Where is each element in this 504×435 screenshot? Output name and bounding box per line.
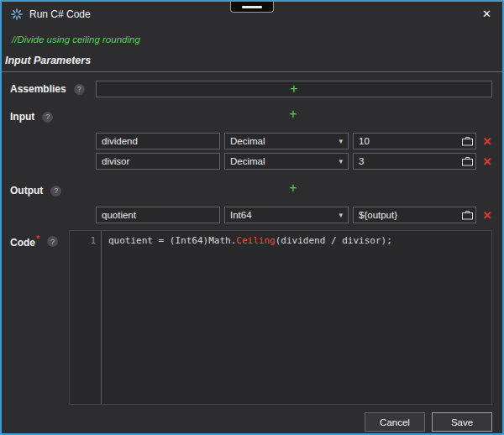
input-label: Input ? <box>10 111 53 123</box>
section-header: Input Parameters <box>2 55 502 72</box>
dropdown-value: Int64 <box>230 210 252 220</box>
add-input-button[interactable]: + <box>286 107 301 121</box>
remove-row-icon[interactable]: ✕ <box>480 155 494 168</box>
param-value-wrap <box>353 207 476 223</box>
input-label-text: Input <box>10 111 34 123</box>
param-type-dropdown[interactable]: Int64 ▾ <box>224 207 349 223</box>
assemblies-label-text: Assemblies <box>10 83 66 95</box>
variable-picker-icon[interactable] <box>462 136 473 146</box>
window-grip[interactable] <box>230 2 274 13</box>
titlebar: Run C# Code ✕ <box>2 2 502 27</box>
activity-spinner-icon <box>11 8 23 20</box>
input-row: Decimal ▾ ✕ <box>96 153 494 170</box>
chevron-down-icon: ▾ <box>339 211 343 219</box>
dropdown-value: Decimal <box>230 136 265 146</box>
help-icon[interactable]: ? <box>50 186 61 197</box>
remove-row-icon[interactable]: ✕ <box>480 209 494 222</box>
section-title: Input Parameters <box>5 55 91 66</box>
output-row: Int64 ▾ ✕ <box>96 207 494 223</box>
save-button[interactable]: Save <box>432 412 492 432</box>
param-value-input[interactable] <box>353 133 476 149</box>
assemblies-list[interactable]: + <box>96 81 492 97</box>
help-icon[interactable]: ? <box>74 84 85 95</box>
param-type-dropdown[interactable]: Decimal ▾ <box>224 133 349 149</box>
param-value-input[interactable] <box>353 153 476 170</box>
add-assembly-button[interactable]: + <box>290 82 297 96</box>
line-number: 1 <box>90 235 96 246</box>
param-name-input[interactable] <box>96 207 220 223</box>
param-type-dropdown[interactable]: Decimal ▾ <box>224 153 349 170</box>
chevron-down-icon: ▾ <box>339 157 343 165</box>
code-text: quotient = (Int64)Math. <box>108 235 236 246</box>
cancel-button[interactable]: Cancel <box>365 412 425 432</box>
grip-bar-icon <box>242 6 262 8</box>
code-editor[interactable]: 1 quotient = (Int64)Math.Ceiling(dividen… <box>69 230 492 405</box>
code-highlight: Ceiling <box>236 235 275 246</box>
param-value-input[interactable] <box>353 207 476 223</box>
param-value-wrap <box>353 133 476 149</box>
output-label: Output ? <box>10 185 61 197</box>
param-value-wrap <box>353 153 476 170</box>
remove-row-icon[interactable]: ✕ <box>480 135 494 148</box>
window-title: Run C# Code <box>29 8 91 20</box>
editor-gutter: 1 <box>70 231 102 404</box>
chevron-down-icon: ▾ <box>339 137 343 145</box>
code-label: Code* ? <box>10 234 58 249</box>
input-row: Decimal ▾ ✕ <box>96 133 494 149</box>
activity-comment: //Divide using ceiling rounding <box>12 34 140 45</box>
assemblies-label: Assemblies ? <box>10 83 85 95</box>
help-icon[interactable]: ? <box>42 112 53 123</box>
run-csharp-code-dialog: Run C# Code ✕ //Divide using ceiling rou… <box>0 0 504 435</box>
variable-picker-icon[interactable] <box>462 210 473 220</box>
output-label-text: Output <box>10 185 43 197</box>
code-text: (dividend / divisor); <box>276 235 392 246</box>
close-icon[interactable]: ✕ <box>482 8 491 20</box>
dropdown-value: Decimal <box>230 156 265 166</box>
param-name-input[interactable] <box>96 153 220 170</box>
help-icon[interactable]: ? <box>47 236 58 247</box>
code-label-text: Code* <box>10 234 39 249</box>
required-asterisk: * <box>36 234 39 244</box>
add-output-button[interactable]: + <box>286 181 301 195</box>
param-name-input[interactable] <box>96 133 220 149</box>
code-line: quotient = (Int64)Math.Ceiling(dividend … <box>108 235 392 246</box>
variable-picker-icon[interactable] <box>462 156 473 166</box>
